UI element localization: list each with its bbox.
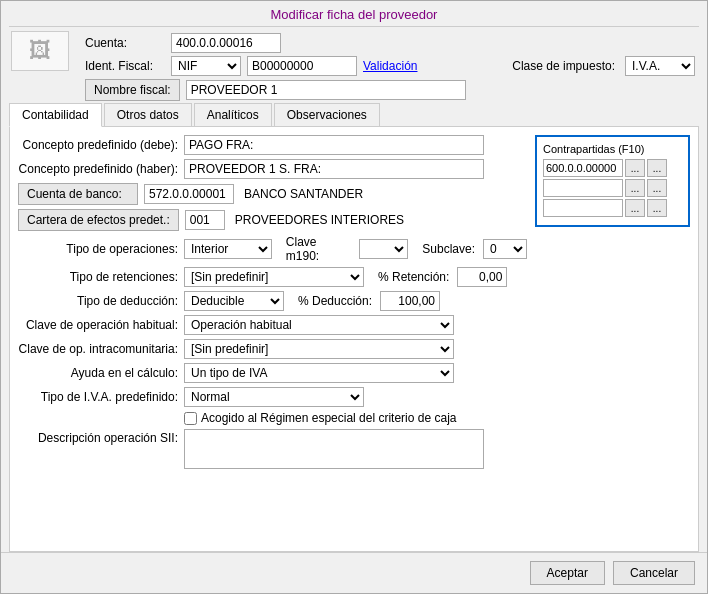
pct-retencion-label: % Retención: — [378, 270, 449, 284]
tipo-deduccion-label: Tipo de deducción: — [18, 294, 178, 308]
subclave-label: Subclave: — [422, 242, 475, 256]
contrapartida-3-btn2[interactable]: ... — [647, 199, 667, 217]
tipo-iva-select[interactable]: Normal — [184, 387, 364, 407]
contrapartidas-box: Contrapartidas (F10) ... ... ... ... ...… — [535, 135, 690, 227]
cartera-button[interactable]: Cartera de efectos predet.: — [18, 209, 179, 231]
clave-operacion-label: Clave de operación habitual: — [18, 318, 178, 332]
tab-otros-datos[interactable]: Otros datos — [104, 103, 192, 126]
tipo-operaciones-label: Tipo de operaciones: — [18, 242, 178, 256]
tipo-retenciones-label: Tipo de retenciones: — [18, 270, 178, 284]
ident-fiscal-label: Ident. Fiscal: — [85, 59, 165, 73]
aceptar-button[interactable]: Aceptar — [530, 561, 605, 585]
contrapartida-1-input[interactable] — [543, 159, 623, 177]
ident-fiscal-input[interactable] — [247, 56, 357, 76]
cuenta-input[interactable] — [171, 33, 281, 53]
subclave-select[interactable]: 0 — [483, 239, 527, 259]
cuenta-banco-num-input[interactable] — [144, 184, 234, 204]
clave-m190-label: Clave m190: — [286, 235, 352, 263]
concepto-debe-label: Concepto predefinido (debe): — [18, 138, 178, 152]
contrapartidas-title: Contrapartidas (F10) — [543, 143, 682, 155]
acogido-checkbox-label: Acogido al Régimen especial del criterio… — [201, 411, 456, 425]
clase-impuesto-select[interactable]: I.V.A. — [625, 56, 695, 76]
cuenta-banco-button[interactable]: Cuenta de banco: — [18, 183, 138, 205]
contrapartida-1-btn2[interactable]: ... — [647, 159, 667, 177]
clave-intracomunitaria-select[interactable]: [Sin predefinir] — [184, 339, 454, 359]
contrapartida-row-1: ... ... — [543, 159, 682, 177]
cartera-name: PROVEEDORES INTERIORES — [235, 213, 404, 227]
contrapartida-row-3: ... ... — [543, 199, 682, 217]
pct-deduccion-label: % Deducción: — [298, 294, 372, 308]
contrapartida-3-btn1[interactable]: ... — [625, 199, 645, 217]
clave-intracomunitaria-label: Clave de op. intracomunitaria: — [18, 342, 178, 356]
cancelar-button[interactable]: Cancelar — [613, 561, 695, 585]
validacion-link[interactable]: Validación — [363, 59, 417, 73]
contrapartida-2-btn1[interactable]: ... — [625, 179, 645, 197]
ayuda-calculo-label: Ayuda en el cálculo: — [18, 366, 178, 380]
contrapartida-2-input[interactable] — [543, 179, 623, 197]
contrapartida-2-btn2[interactable]: ... — [647, 179, 667, 197]
tipo-iva-label: Tipo de I.V.A. predefinido: — [18, 390, 178, 404]
tab-bar: Contabilidad Otros datos Analíticos Obse… — [9, 103, 699, 127]
clave-operacion-select[interactable]: Operación habitual — [184, 315, 454, 335]
ayuda-calculo-select[interactable]: Un tipo de IVA — [184, 363, 454, 383]
clave-m190-select[interactable] — [359, 239, 408, 259]
cuenta-banco-name: BANCO SANTANDER — [244, 187, 363, 201]
tipo-retenciones-select[interactable]: [Sin predefinir] — [184, 267, 364, 287]
concepto-haber-label: Concepto predefinido (haber): — [18, 162, 178, 176]
dialog-title: Modificar ficha del proveedor — [1, 1, 707, 26]
contrapartida-row-2: ... ... — [543, 179, 682, 197]
acogido-checkbox[interactable] — [184, 412, 197, 425]
tab-content-contabilidad: Concepto predefinido (debe): Concepto pr… — [9, 127, 699, 552]
nombre-fiscal-button[interactable]: Nombre fiscal: — [85, 79, 180, 101]
tab-contabilidad[interactable]: Contabilidad — [9, 103, 102, 127]
tipo-operaciones-select[interactable]: Interior — [184, 239, 272, 259]
cuenta-label: Cuenta: — [85, 36, 165, 50]
tipo-deduccion-select[interactable]: Deducible — [184, 291, 284, 311]
nombre-fiscal-input[interactable] — [186, 80, 466, 100]
cartera-num-input[interactable] — [185, 210, 225, 230]
ident-fiscal-select[interactable]: NIF — [171, 56, 241, 76]
tab-observaciones[interactable]: Observaciones — [274, 103, 380, 126]
pct-retencion-input[interactable] — [457, 267, 507, 287]
concepto-haber-input[interactable] — [184, 159, 484, 179]
pct-deduccion-input[interactable] — [380, 291, 440, 311]
descripcion-textarea[interactable] — [184, 429, 484, 469]
footer: Aceptar Cancelar — [1, 552, 707, 593]
clase-impuesto-label: Clase de impuesto: — [512, 59, 615, 73]
descripcion-label: Descripción operación SII: — [18, 429, 178, 445]
contrapartida-3-input[interactable] — [543, 199, 623, 217]
document-icon: 🖼 — [29, 38, 51, 64]
tab-analiticos[interactable]: Analíticos — [194, 103, 272, 126]
concepto-debe-input[interactable] — [184, 135, 484, 155]
contrapartida-1-btn1[interactable]: ... — [625, 159, 645, 177]
